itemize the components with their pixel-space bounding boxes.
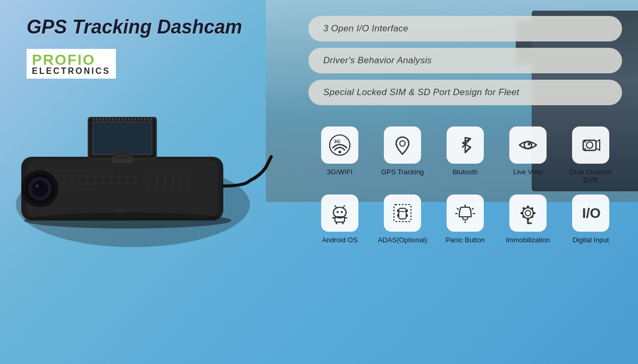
svg-point-8 [87, 169, 89, 171]
gps-icon-box [384, 126, 421, 164]
icons-container: 3G 3G/WIFI [308, 126, 622, 353]
feature-adas: ADAS(Optional) [376, 194, 429, 244]
svg-point-26 [63, 182, 65, 184]
svg-point-55 [148, 182, 150, 184]
svg-point-57 [164, 182, 166, 184]
svg-rect-82 [128, 118, 130, 121]
svg-point-38 [63, 188, 65, 190]
svg-point-6 [71, 169, 73, 171]
svg-point-39 [71, 188, 73, 190]
svg-point-16 [79, 175, 81, 177]
svg-rect-125 [397, 214, 399, 217]
svg-point-18 [95, 175, 97, 177]
svg-rect-138 [533, 212, 535, 214]
svg-point-43 [148, 169, 150, 171]
digital-label: Digital Input [573, 236, 609, 244]
svg-point-29 [87, 182, 89, 184]
svg-rect-70 [94, 123, 151, 154]
svg-rect-110 [584, 148, 586, 150]
svg-rect-73 [99, 118, 101, 121]
eye-icon-box [509, 126, 547, 164]
svg-point-42 [95, 188, 97, 190]
svg-point-15 [71, 175, 73, 177]
svg-point-60 [188, 182, 190, 184]
svg-point-32 [111, 182, 113, 184]
svg-point-28 [79, 182, 81, 184]
svg-point-50 [156, 175, 158, 177]
brand-electronics: ELECTRONICS [32, 66, 111, 76]
svg-point-9 [95, 169, 97, 171]
svg-rect-80 [122, 118, 123, 121]
bluetooth-icon [454, 134, 476, 156]
svg-point-5 [63, 169, 65, 171]
eye-icon [517, 134, 539, 156]
svg-point-14 [63, 175, 65, 177]
brand-profio-highlight: PROFI [32, 52, 83, 68]
svg-rect-135 [527, 206, 529, 208]
gps-label: GPS Tracking [381, 168, 424, 176]
svg-rect-122 [399, 208, 406, 219]
svg-point-22 [127, 175, 129, 177]
left-section: GPS Tracking Dashcam PROFIO ELECTRONICS [0, 0, 298, 364]
svg-rect-78 [115, 118, 117, 121]
svg-point-104 [400, 141, 405, 146]
svg-rect-81 [125, 118, 127, 121]
svg-rect-72 [96, 118, 98, 121]
panic-label: Panic Button [446, 236, 485, 244]
svg-rect-89 [150, 118, 152, 121]
liveview-label: Live View [513, 168, 542, 176]
svg-point-34 [127, 182, 129, 184]
svg-rect-84 [135, 118, 136, 121]
svg-point-97 [36, 184, 39, 188]
svg-point-7 [79, 169, 81, 171]
svg-point-61 [148, 188, 150, 190]
svg-point-17 [87, 175, 89, 177]
adas-icon-box [384, 194, 421, 232]
svg-point-33 [119, 182, 121, 184]
brand-box: PROFIO ELECTRONICS [27, 49, 116, 79]
immob-label: Immobilization [506, 236, 550, 244]
svg-line-120 [343, 206, 345, 208]
svg-rect-109 [584, 141, 586, 142]
engine-icon-box [509, 194, 547, 232]
svg-point-23 [135, 175, 137, 177]
svg-rect-126 [406, 214, 408, 217]
brand-o: O [83, 52, 96, 68]
svg-rect-77 [112, 118, 114, 121]
svg-rect-75 [106, 118, 107, 121]
svg-point-63 [164, 188, 166, 190]
camera-icon [580, 134, 602, 156]
svg-point-65 [180, 188, 182, 190]
svg-rect-123 [397, 209, 399, 212]
svg-rect-79 [119, 118, 120, 121]
io-icon-box: I/O [572, 194, 609, 232]
android-icon-box [321, 194, 358, 232]
svg-point-117 [337, 211, 339, 213]
svg-point-40 [79, 188, 81, 190]
panic-icon-box [447, 194, 484, 232]
svg-point-4 [55, 169, 57, 171]
gps-icon [391, 134, 414, 156]
right-section: 3 Open I/O Interface Driver's Behavior A… [298, 0, 638, 364]
bluetooth-label: Blutooth [452, 168, 478, 176]
svg-point-45 [164, 169, 166, 171]
svg-line-119 [335, 206, 337, 208]
svg-text:3G: 3G [334, 139, 340, 144]
svg-rect-74 [103, 118, 104, 121]
svg-point-54 [188, 175, 190, 177]
svg-rect-85 [138, 118, 139, 121]
feature-pill-1: 3 Open I/O Interface [308, 16, 622, 41]
svg-point-52 [172, 175, 174, 177]
svg-point-58 [172, 182, 174, 184]
feature-pill-3: Special Locked SIM & SD Port Design for … [308, 80, 622, 105]
svg-point-100 [24, 213, 231, 228]
svg-point-64 [172, 188, 174, 190]
feature-bluetooth: Blutooth [439, 126, 492, 176]
feature-digital: I/O Digital Input [564, 194, 617, 244]
svg-point-103 [339, 151, 341, 154]
svg-point-105 [524, 141, 532, 149]
main-container: GPS Tracking Dashcam PROFIO ELECTRONICS [0, 0, 638, 364]
svg-point-49 [148, 175, 150, 177]
svg-text:I/O: I/O [582, 205, 601, 221]
android-icon [329, 202, 351, 224]
